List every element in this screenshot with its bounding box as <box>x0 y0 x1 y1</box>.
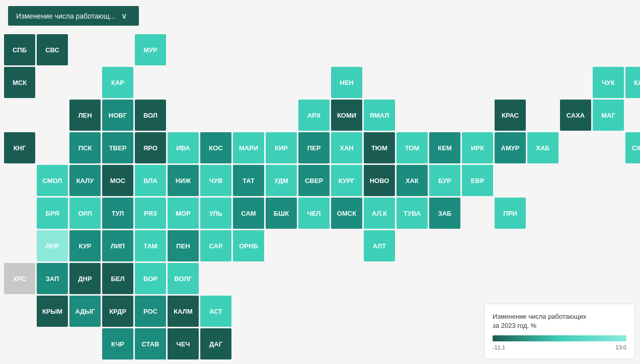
region-tom[interactable]: ТОМ <box>396 132 428 163</box>
region-kng[interactable]: КНГ <box>4 132 35 163</box>
region-chuv[interactable]: ЧУВ <box>200 165 231 196</box>
region-zap[interactable]: ЗАП <box>37 263 68 294</box>
empty-16-5 <box>495 165 526 196</box>
region-ryaz[interactable]: РЯЗ <box>135 198 166 229</box>
empty-19-5 <box>593 165 624 196</box>
region-hab[interactable]: ХАБ <box>527 132 558 163</box>
region-sam[interactable]: САМ <box>233 198 264 229</box>
empty-8-3 <box>233 100 264 131</box>
empty-17-3 <box>527 100 558 131</box>
region-per[interactable]: ПЕР <box>298 132 330 163</box>
region-arh[interactable]: АРХ <box>298 100 330 131</box>
empty-20-1 <box>625 34 640 65</box>
region-irk[interactable]: ИРК <box>462 132 493 163</box>
empty-1-5 <box>4 165 35 196</box>
region-tver[interactable]: ТВЕР <box>102 132 133 163</box>
region-dnr[interactable]: ДНР <box>69 263 101 294</box>
empty-13-1 <box>396 34 428 65</box>
region-sver[interactable]: СВЕР <box>298 165 330 196</box>
region-nizh[interactable]: НИЖ <box>168 165 199 196</box>
region-adyg[interactable]: АДЫГ <box>69 296 101 327</box>
region-kur[interactable]: КУР <box>69 230 101 261</box>
region-kir[interactable]: КИР <box>266 132 297 163</box>
region-yaro[interactable]: ЯРО <box>135 132 166 163</box>
region-vol[interactable]: ВОЛ <box>135 100 166 131</box>
region-kos[interactable]: КОС <box>200 132 231 163</box>
region-dag[interactable]: ДАГ <box>200 328 231 359</box>
region-novo[interactable]: НОВО <box>364 165 395 196</box>
region-psk[interactable]: ПСК <box>69 132 101 163</box>
region-alk[interactable]: АЛ.К <box>364 198 395 229</box>
region-kurg[interactable]: КУРГ <box>331 165 362 196</box>
region-saha[interactable]: САХА <box>560 100 591 131</box>
region-svs[interactable]: СВС <box>37 34 68 65</box>
region-mur[interactable]: МУР <box>135 34 166 65</box>
region-yamal[interactable]: ЯМАЛ <box>364 100 395 131</box>
region-pen[interactable]: ПЕН <box>168 230 199 261</box>
region-stav[interactable]: СТАВ <box>135 328 166 359</box>
region-msk[interactable]: МСК <box>4 67 35 98</box>
region-kchr[interactable]: КЧР <box>102 328 133 359</box>
region-mag[interactable]: МАГ <box>593 100 624 131</box>
region-zab[interactable]: ЗАБ <box>429 198 460 229</box>
region-han[interactable]: ХАН <box>331 132 362 163</box>
region-spb[interactable]: СПБ <box>4 34 35 65</box>
region-smol[interactable]: СМОЛ <box>37 165 68 196</box>
region-evr[interactable]: ЕВР <box>462 165 493 196</box>
region-chech[interactable]: ЧЕЧ <box>168 328 199 359</box>
region-tam[interactable]: ТАМ <box>135 230 166 261</box>
region-kam[interactable]: КАМ <box>625 67 640 98</box>
region-bel[interactable]: БЕЛ <box>102 263 133 294</box>
region-pri[interactable]: ПРИ <box>495 198 526 229</box>
empty-8-2 <box>233 67 264 98</box>
region-udm[interactable]: УДМ <box>266 165 297 196</box>
region-mari[interactable]: МАРИ <box>233 132 264 163</box>
region-tuva[interactable]: ТУВА <box>396 198 428 229</box>
region-ornb[interactable]: ОРНБ <box>233 230 264 261</box>
empty-7-3 <box>200 100 231 131</box>
region-kalu[interactable]: КАЛУ <box>69 165 101 196</box>
region-lip[interactable]: ЛИП <box>102 230 133 261</box>
region-chel[interactable]: ЧЕЛ <box>298 198 330 229</box>
region-bur[interactable]: БУР <box>429 165 460 196</box>
region-vor[interactable]: ВОР <box>135 263 166 294</box>
region-orl[interactable]: ОРЛ <box>69 198 101 229</box>
region-ros[interactable]: РОС <box>135 296 166 327</box>
region-tul[interactable]: ТУЛ <box>102 198 133 229</box>
region-bshk[interactable]: БШК <box>266 198 297 229</box>
region-novg[interactable]: НОВГ <box>102 100 133 131</box>
region-omsk[interactable]: ОМСК <box>331 198 362 229</box>
region-kem[interactable]: КЕМ <box>429 132 460 163</box>
region-len[interactable]: ЛЕН <box>69 100 101 131</box>
empty-16-7 <box>495 230 526 261</box>
region-shln[interactable]: СХЛН <box>625 132 640 163</box>
region-krdr[interactable]: КРДР <box>102 296 133 327</box>
region-hak[interactable]: ХАК <box>396 165 428 196</box>
region-nen[interactable]: НЕН <box>331 67 362 98</box>
region-lnr[interactable]: ЛНР <box>37 230 68 261</box>
region-krym[interactable]: КРЫМ <box>37 296 68 327</box>
region-ast[interactable]: АСТ <box>200 296 231 327</box>
region-vla[interactable]: ВЛА <box>135 165 166 196</box>
region-kar[interactable]: КАР <box>102 67 133 98</box>
metric-dropdown[interactable]: Изменение числа работающ... ∨ <box>8 6 139 26</box>
region-kalm[interactable]: КАЛМ <box>168 296 199 327</box>
region-iva[interactable]: ИВА <box>168 132 199 163</box>
region-mor[interactable]: МОР <box>168 198 199 229</box>
region-chuk[interactable]: ЧУК <box>593 67 624 98</box>
legend-min: -11.1 <box>493 344 505 350</box>
region-tum[interactable]: ТЮМ <box>364 132 395 163</box>
region-volg[interactable]: ВОЛГ <box>168 263 199 294</box>
region-tat[interactable]: ТАТ <box>233 165 264 196</box>
region-bry[interactable]: БРЯ <box>37 198 68 229</box>
region-ul[interactable]: УЛЬ <box>200 198 231 229</box>
dropdown-label: Изменение числа работающ... <box>16 12 115 20</box>
region-komi[interactable]: КОМИ <box>331 100 362 131</box>
region-mos[interactable]: МОС <box>102 165 133 196</box>
region-hrs[interactable]: ХРС <box>4 263 35 294</box>
region-amur[interactable]: АМУР <box>495 132 526 163</box>
region-kras[interactable]: КРАС <box>495 100 526 131</box>
region-alt[interactable]: АЛТ <box>364 230 395 261</box>
empty-16-2 <box>495 67 526 98</box>
region-sar[interactable]: САР <box>200 230 231 261</box>
